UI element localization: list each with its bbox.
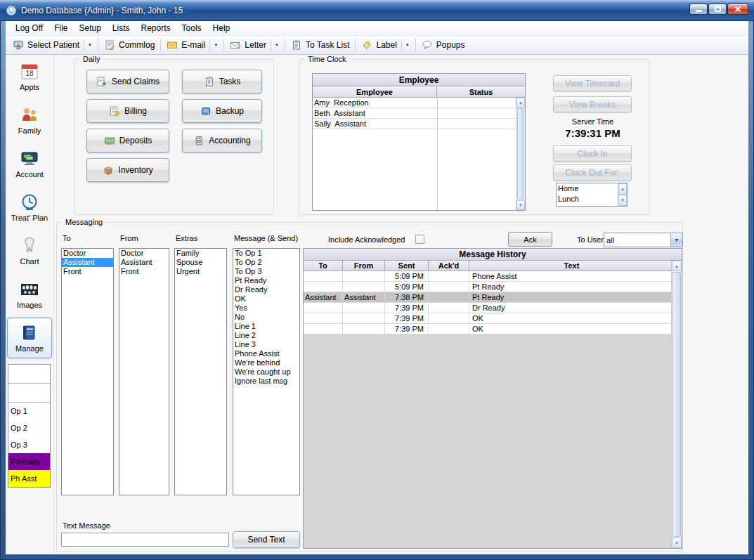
menu-item[interactable]: Setup — [73, 22, 106, 34]
message-history-row[interactable]: Assistant Assistant 7:38 PM Pt Ready — [304, 292, 671, 303]
message-history-row[interactable]: 7:39 PM Dr Ready — [304, 303, 671, 313]
select-patient-button[interactable]: Select Patient — [8, 37, 96, 53]
message-list-item[interactable]: To Op 3 — [233, 267, 299, 276]
sidebar-item-treatplan[interactable]: Treat' Plan — [7, 185, 52, 229]
message-list-item[interactable]: To Op 2 — [233, 258, 299, 267]
combo-dropdown-icon[interactable] — [670, 233, 682, 247]
employee-row[interactable]: Amy Reception — [313, 98, 516, 108]
employee-grid-scrollbar[interactable] — [516, 98, 525, 210]
message-list-item[interactable]: Line 1 — [233, 322, 299, 331]
menu-item[interactable]: Reports — [136, 22, 176, 34]
dropdown-arrow-icon[interactable] — [401, 39, 410, 51]
backup-button[interactable]: Backup — [182, 99, 262, 123]
clock-out-button[interactable]: Clock Out For: — [553, 164, 632, 181]
clock-in-button[interactable]: Clock In — [553, 145, 632, 162]
send-claims-button[interactable]: Send Claims — [86, 70, 169, 93]
menu-item[interactable]: Help — [207, 22, 236, 34]
scroll-up-icon[interactable] — [618, 183, 627, 195]
message-list-item[interactable]: To Op 1 — [233, 249, 299, 258]
scroll-up-icon[interactable] — [672, 261, 682, 271]
sidebar-item-appts[interactable]: 18 Appts — [7, 55, 52, 98]
message-list-item[interactable]: We're caught up — [233, 367, 299, 377]
tasks-button[interactable]: Tasks — [182, 70, 262, 93]
scrollbar-thumb[interactable] — [517, 108, 524, 200]
dropdown-arrow-icon[interactable] — [84, 39, 92, 51]
menu-item[interactable]: File — [48, 22, 73, 34]
message-history-row[interactable]: 5:09 PM Pt Ready — [304, 282, 671, 292]
to-list-item[interactable]: Front — [62, 267, 113, 276]
scroll-down-icon[interactable] — [516, 200, 525, 210]
op-room-button[interactable]: Ph Asst — [8, 470, 50, 487]
deposits-button[interactable]: Deposits — [86, 129, 169, 152]
close-button[interactable] — [727, 4, 748, 15]
email-button[interactable]: E-mail — [162, 37, 222, 53]
scroll-down-icon[interactable] — [618, 195, 627, 206]
menu-item[interactable]: Log Off — [10, 22, 48, 34]
op-room-button[interactable]: Op 1 — [8, 403, 50, 419]
from-list-item[interactable]: Assistant — [119, 258, 169, 267]
scroll-down-icon[interactable] — [672, 538, 682, 548]
scroll-up-icon[interactable] — [516, 98, 525, 108]
menu-item[interactable]: Lists — [107, 22, 136, 34]
dropdown-arrow-icon[interactable] — [271, 39, 279, 51]
clock-out-scrollbar[interactable] — [618, 183, 627, 206]
message-history-body: 5:09 PM Phone Assist 5:09 PM Pt Ready — [304, 271, 671, 548]
sidebar-item-images[interactable]: Images — [7, 273, 52, 316]
op-room-button[interactable]: PtReady — [8, 453, 50, 470]
sidebar-item-manage[interactable]: Manage — [7, 318, 52, 358]
maximize-button[interactable] — [708, 4, 727, 15]
popups-button[interactable]: Popups — [417, 37, 469, 53]
sidebar-item-chart[interactable]: Chart — [7, 229, 52, 273]
letter-button[interactable]: Letter — [226, 37, 283, 53]
employee-row[interactable]: Sally Assistant — [313, 119, 516, 129]
extras-list-item[interactable]: Urgent — [175, 267, 226, 276]
label-button[interactable]: Label — [357, 37, 413, 53]
to-task-list-button[interactable]: To Task List — [287, 37, 353, 53]
minimize-button[interactable] — [689, 4, 708, 15]
message-list-item[interactable]: Phone Assist — [233, 349, 299, 358]
extras-list-item[interactable]: Spouse — [175, 258, 226, 267]
to-user-combobox[interactable]: all — [604, 233, 683, 247]
clock-out-option[interactable]: Lunch — [557, 194, 618, 204]
message-list-item[interactable]: Yes — [233, 304, 299, 313]
employee-grid: Employee Employee Status Amy Reception — [312, 73, 526, 211]
sidebar-item-account[interactable]: Account — [7, 142, 52, 185]
billing-button[interactable]: Billing — [86, 99, 169, 123]
sidebar-item-family[interactable]: Family — [7, 98, 52, 142]
task-list-icon — [291, 39, 302, 51]
message-list-item[interactable]: Line 2 — [233, 331, 299, 340]
to-list-item[interactable]: Doctor — [62, 249, 113, 258]
message-history-scrollbar[interactable] — [671, 261, 682, 548]
message-list-item[interactable]: We're behind — [233, 358, 299, 367]
history-from-cell — [343, 303, 385, 313]
send-text-button[interactable]: Send Text — [233, 531, 300, 548]
scrollbar-thumb[interactable] — [672, 272, 681, 537]
dropdown-arrow-icon[interactable] — [209, 39, 218, 51]
accounting-button[interactable]: Accounting — [182, 129, 262, 152]
inventory-button[interactable]: Inventory — [86, 158, 169, 182]
message-list-item[interactable]: No — [233, 313, 299, 322]
ack-button[interactable]: Ack — [508, 232, 552, 247]
menu-item[interactable]: Tools — [176, 22, 207, 34]
message-history-row[interactable]: 5:09 PM Phone Assist — [304, 271, 671, 282]
text-message-input[interactable] — [61, 533, 229, 547]
clock-out-option[interactable]: Home — [557, 183, 618, 194]
include-acknowledged-checkbox[interactable] — [415, 235, 424, 244]
message-list-item[interactable]: Pt Ready — [233, 276, 299, 285]
extras-list-item[interactable]: Family — [175, 249, 226, 258]
op-room-button[interactable]: Op 3 — [8, 436, 50, 453]
message-history-row[interactable]: 7:39 PM OK — [304, 324, 671, 334]
view-timecard-button[interactable]: View Timecard — [553, 75, 632, 91]
message-history-row[interactable]: 7:39 PM OK — [304, 313, 671, 324]
from-list-item[interactable]: Doctor — [119, 249, 169, 258]
from-list-item[interactable]: Front — [119, 267, 169, 276]
message-list-item[interactable]: Ignore last msg — [233, 377, 299, 386]
view-breaks-button[interactable]: View Breaks — [553, 96, 632, 112]
message-list-item[interactable]: Dr Ready — [233, 285, 299, 294]
message-list-item[interactable]: OK — [233, 294, 299, 304]
op-room-button[interactable]: Op 2 — [8, 419, 50, 436]
commlog-button[interactable]: Commlog — [100, 37, 159, 53]
employee-row[interactable]: Beth Assistant — [313, 108, 516, 119]
to-list-item[interactable]: Assistant — [62, 258, 113, 267]
message-list-item[interactable]: Line 3 — [233, 340, 299, 349]
